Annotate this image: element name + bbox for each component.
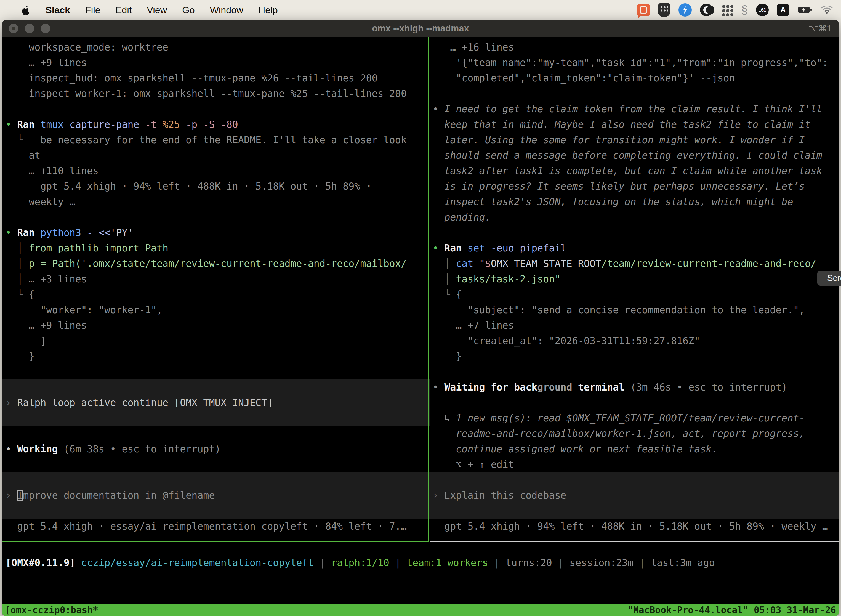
terminal-line: • Ran tmux capture-pane -t %25 -p -S -80 xyxy=(6,117,431,132)
right-terminal-pane[interactable]: … +16 lines '{"team_name":"my-team","tas… xyxy=(431,37,839,542)
screenshot-chat-icon[interactable] xyxy=(637,4,650,16)
text-segment: pending. xyxy=(433,212,491,223)
window-titlebar[interactable]: omx --xhigh --madmax ⌥⌘1 xyxy=(2,20,839,37)
text-segment: | xyxy=(552,557,570,568)
terminal-line: workspace_mode: worktree xyxy=(6,40,431,55)
text-segment: (3m 46s • esc to interrupt) xyxy=(624,382,787,393)
text-segment: └ xyxy=(433,289,456,300)
text-segment: Working xyxy=(17,443,58,455)
crescent-circle-icon[interactable] xyxy=(700,4,713,16)
ralph-loop-status-line[interactable]: › Ralph loop active continue [OMX_TMUX_I… xyxy=(2,395,431,411)
terminal-line[interactable] xyxy=(431,503,839,519)
omx-session-status-line: [OMX#0.11.9] cczip/essay/ai-reimplementa… xyxy=(6,555,715,571)
prompt-input-line[interactable]: › Improve documentation in @filename xyxy=(2,488,431,503)
window-shortcut-badge: ⌥⌘1 xyxy=(809,23,832,34)
text-segment: … +16 lines xyxy=(433,42,514,53)
text-segment: • xyxy=(6,227,17,238)
terminal-line: └ { xyxy=(6,287,431,302)
text-segment xyxy=(75,557,81,568)
keyboard-shield-icon[interactable] xyxy=(658,3,670,17)
terminal-window: omx --xhigh --madmax ⌥⌘1 workspace_mode:… xyxy=(2,20,839,616)
squiggle-icon[interactable]: § xyxy=(741,4,748,16)
text-segment: Ran xyxy=(17,119,40,130)
text-segment: │ xyxy=(433,258,456,269)
wifi-icon[interactable] xyxy=(821,6,833,14)
text-segment: "completed","claim_token":"claim-token"}… xyxy=(433,73,735,84)
terminal-line: should send a message before completing … xyxy=(433,148,839,163)
text-segment: inspect_worker-1: omx sparkshell --tmux-… xyxy=(6,88,407,99)
terminal-line: ] xyxy=(6,333,431,349)
terminal-line: … +16 lines xyxy=(433,40,839,55)
tmux-host-clock-label: "MacBook-Pro-44.local" 05:03 31-Mar-26 xyxy=(628,603,836,616)
terminal-line xyxy=(6,210,431,225)
menu-item-go[interactable]: Go xyxy=(182,5,195,15)
text-segment: is in progress? It seems likely but perh… xyxy=(433,181,805,192)
text-segment: session:23m xyxy=(570,557,633,568)
text-segment: - << xyxy=(87,227,110,238)
text-segment: -euo pipefail xyxy=(491,243,567,254)
text-segment: • xyxy=(433,104,444,114)
prompt-input-line[interactable]: › Explain this codebase xyxy=(431,488,839,503)
text-segment: "subject": "send a concise recommendatio… xyxy=(433,304,805,315)
apple-menu-icon[interactable] xyxy=(22,5,30,15)
text-segment: from pathlib import Path xyxy=(29,243,168,254)
text-segment: • xyxy=(433,382,444,393)
terminal-line[interactable] xyxy=(431,472,839,488)
text-segment: … +9 lines xyxy=(6,57,87,68)
text-segment: should send a message before completing … xyxy=(433,150,822,161)
menu-item-edit[interactable]: Edit xyxy=(116,5,132,15)
text-segment: "worker": "worker-1", xyxy=(6,304,163,315)
text-segment: last:3m ago xyxy=(651,557,715,568)
terminal-line: … +110 lines xyxy=(6,163,431,179)
text-segment: gpt-5.4 xhigh · 94% left · 488K in · 5.1… xyxy=(6,181,372,192)
text-segment: [OMX#0.11.9] xyxy=(6,557,75,568)
menu-bar: Slack FileEditViewGoWindowHelp §..61A xyxy=(0,0,841,20)
terminal-line: is in progress? It seems likely but perh… xyxy=(433,179,839,194)
text-segment: terminal xyxy=(572,382,625,393)
zoom-button[interactable] xyxy=(41,24,50,33)
terminal-line[interactable] xyxy=(2,380,431,395)
text-segment: at xyxy=(6,150,40,161)
text-segment: • xyxy=(433,243,444,254)
menu-item-window[interactable]: Window xyxy=(210,5,243,15)
text-segment: ralph:1/10 xyxy=(331,557,389,568)
text-segment: { xyxy=(29,289,35,300)
text-segment: cat xyxy=(456,258,479,269)
active-app-menu[interactable]: Slack xyxy=(45,5,70,15)
text-segment: │ xyxy=(433,273,456,285)
text-segment: 'PY' xyxy=(110,227,133,238)
terminal-line: … +9 lines xyxy=(6,55,431,70)
text-replacement-icon[interactable]: A xyxy=(777,4,789,16)
text-segment: … +3 lines xyxy=(29,273,87,285)
terminal-line[interactable] xyxy=(2,503,431,519)
terminal-line: } xyxy=(6,349,431,364)
battery-icon[interactable] xyxy=(797,6,813,14)
terminal-line: at xyxy=(6,148,431,163)
battery-percent-icon[interactable]: ..61 xyxy=(756,4,769,16)
text-segment: | xyxy=(633,557,651,568)
tmux-status-bar[interactable]: [omx-cczip0:bash* "MacBook-Pro-44.local"… xyxy=(2,604,839,616)
menu-item-view[interactable]: View xyxy=(147,5,167,15)
terminal-line: • Ran set -euo pipefail xyxy=(433,241,839,256)
text-segment: │ xyxy=(6,258,29,269)
terminal-line[interactable] xyxy=(2,472,431,488)
tmux-session-label: [omx-cczip0:bash* xyxy=(5,603,98,616)
terminal-line: inspect_worker-1: omx sparkshell --tmux-… xyxy=(6,86,431,101)
text-segment: Ran xyxy=(444,243,467,254)
text-segment: | xyxy=(389,557,407,568)
terminal-line[interactable] xyxy=(2,411,431,426)
text-segment: I xyxy=(17,490,23,501)
minimize-button[interactable] xyxy=(25,24,34,33)
dots-grid-icon[interactable] xyxy=(721,4,733,16)
menu-item-help[interactable]: Help xyxy=(259,5,278,15)
close-button[interactable] xyxy=(9,24,18,33)
blue-bolt-badge-icon[interactable] xyxy=(678,3,692,16)
squiggle-icon-label: § xyxy=(741,4,748,16)
model-status-line: gpt-5.4 xhigh · 94% left · 488K in · 5.1… xyxy=(433,519,839,534)
left-terminal-pane[interactable]: workspace_mode: worktree … +9 lines insp… xyxy=(2,37,431,542)
text-segment: Ralph loop active continue [OMX_TMUX_INJ… xyxy=(17,397,273,408)
pane-divider[interactable] xyxy=(428,37,429,542)
terminal-line: readme-and-reco/mailbox/worker-1.json, a… xyxy=(433,426,839,441)
text-segment: keep that in mind. Maybe I also need the… xyxy=(433,119,811,130)
menu-item-file[interactable]: File xyxy=(85,5,100,15)
